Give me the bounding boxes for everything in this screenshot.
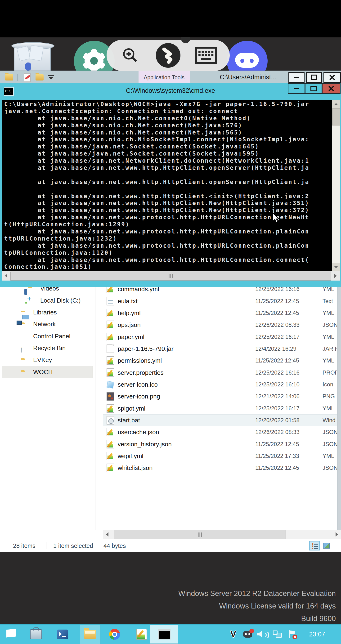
recycle-bin-desktop-icon[interactable] [11, 41, 54, 71]
scroll-left-arrow-icon[interactable] [103, 530, 112, 539]
cmd-minimize-button[interactable] [288, 83, 305, 94]
file-row[interactable]: commands.yml 12/25/2022 16:16 YML [103, 287, 341, 295]
explorer-title-bar[interactable]: Application Tools C:\Users\Administ... [0, 70, 341, 84]
console-horizontal-scrollbar[interactable] [2, 271, 340, 280]
file-row[interactable]: eula.txt 11/25/2022 12:45 Text [103, 295, 341, 307]
file-row[interactable]: server-icon.ico 12/25/2022 16:10 Icon [103, 378, 341, 390]
scroll-down-arrow-icon[interactable] [332, 263, 340, 271]
sidebar-item[interactable]: Videos [2, 287, 93, 294]
console-line: at java.base/sun.nio.ch.Net.connect0(Nat… [4, 115, 332, 122]
file-row[interactable]: server.properties 12/25/2022 16:16 PROP [103, 366, 341, 378]
clock-text: 23:07 [309, 631, 325, 638]
server-manager-taskbar-icon[interactable] [29, 624, 42, 644]
tray-discord-icon[interactable] [241, 624, 254, 644]
scroll-right-arrow-icon[interactable] [332, 530, 341, 539]
file-date-modified: 12/25/2022 16:16 [255, 287, 300, 292]
notepad-plus-plus-taskbar-icon[interactable] [135, 624, 148, 644]
qat-folder-icon[interactable] [5, 74, 13, 80]
powershell-taskbar-icon[interactable] [56, 624, 69, 644]
start-button[interactable] [5, 624, 20, 644]
file-row-list: commands.yml 12/25/2022 16:16 YML eula.t… [103, 287, 341, 474]
file-row[interactable]: whitelist.json 11/25/2022 12:45 JSON [103, 462, 341, 474]
sidebar-item[interactable]: EVKey [2, 354, 93, 366]
file-date-modified: 11/25/2022 12:45 [255, 310, 299, 316]
scrollbar-thumb[interactable] [10, 272, 331, 280]
scroll-left-arrow-icon[interactable] [2, 271, 10, 280]
cmd-taskbar-icon[interactable] [158, 624, 171, 644]
console-line: tpURLConnection.java:1120) [4, 250, 332, 257]
scroll-right-arrow-icon[interactable] [331, 271, 340, 280]
tray-network-icon[interactable] [272, 624, 284, 644]
qat-properties-icon[interactable] [24, 74, 31, 82]
file-type: YML [322, 310, 334, 316]
status-selection-size: 44 bytes [104, 542, 126, 549]
explorer-maximize-button[interactable] [306, 72, 322, 83]
console-line: at java.base/sun.net.www.http.HttpClient… [4, 200, 332, 207]
cmd-close-button[interactable] [322, 83, 340, 94]
sidebar-item[interactable]: WOCH [2, 366, 93, 378]
explorer-minimize-button[interactable] [288, 72, 304, 83]
sidebar-item[interactable]: Network [2, 318, 93, 330]
sidebar-item[interactable]: Recycle Bin [2, 342, 93, 354]
file-type-icon [106, 380, 114, 389]
file-row[interactable]: ops.json 12/26/2022 08:33 JSON [103, 319, 341, 331]
console-line: t(HttpURLConnection.java:1299) [4, 221, 332, 228]
application-tools-tab[interactable]: Application Tools [138, 71, 190, 84]
file-date-modified: 12/25/2022 16:10 [255, 381, 300, 388]
sidebar-item[interactable]: Local Disk (C:) [2, 294, 93, 306]
watermark-line: Windows Server 2012 R2 Datacenter Evalua… [178, 587, 336, 600]
powershell-icon [57, 630, 68, 639]
tray-volume-icon[interactable] [256, 624, 268, 644]
sidebar-item[interactable]: Control Panel [2, 330, 93, 342]
file-type: JSON [322, 464, 338, 471]
qat-customize-chevron-icon[interactable] [48, 75, 54, 79]
file-list-horizontal-scrollbar[interactable] [103, 530, 341, 539]
file-row[interactable]: permissions.yml 11/25/2022 12:45 YML [103, 355, 341, 366]
file-type: PROP [322, 369, 339, 376]
sidebar-item[interactable]: Libraries [2, 306, 93, 318]
console-line: java.net.ConnectException: Connection ti… [4, 108, 332, 115]
file-date-modified: 11/25/2022 12:45 [255, 441, 299, 448]
taskbar-clock[interactable]: 23:07 [304, 624, 330, 644]
keyboard-icon[interactable] [195, 46, 218, 65]
qat-separator [17, 74, 18, 81]
file-type: Text [322, 298, 333, 304]
file-row[interactable]: usercache.json 12/26/2022 08:33 JSON [103, 426, 341, 438]
qat-new-folder-icon[interactable] [36, 74, 44, 80]
server-manager-icon [30, 629, 42, 639]
large-icons-view-button[interactable] [321, 541, 332, 550]
chrome-taskbar-icon[interactable] [108, 624, 121, 644]
file-row[interactable]: spigot.yml 12/25/2022 16:17 YML [103, 402, 341, 414]
scrollbar-thumb[interactable] [332, 108, 340, 126]
file-type-icon [106, 287, 114, 293]
file-type: JAR F [322, 346, 338, 352]
file-row[interactable]: paper.yml 12/25/2022 16:17 YML [103, 331, 341, 342]
file-row[interactable]: paper-1.16.5-790.jar 12/4/2022 16:29 JAR… [103, 343, 341, 355]
file-row[interactable]: start.bat 12/20/2022 01:58 Wind [103, 414, 341, 426]
scroll-up-arrow-icon[interactable] [332, 100, 340, 108]
explorer-close-button[interactable] [324, 72, 341, 83]
zoom-in-icon[interactable] [121, 46, 139, 64]
tray-evkey-indicator[interactable]: V [227, 624, 240, 644]
discord-icon [243, 631, 252, 638]
cmd-title-bar[interactable]: C:\. C:\Windows\system32\cmd.exe [0, 83, 341, 100]
remote-desktop-logo-icon[interactable] [156, 43, 180, 68]
console-vertical-scrollbar[interactable] [332, 100, 340, 271]
file-date-modified: 11/25/2022 12:45 [255, 298, 299, 304]
file-row[interactable]: version_history.json 11/25/2022 12:45 JS… [103, 438, 341, 450]
file-list-vertical-scrollbar[interactable] [337, 287, 341, 530]
scrollbar-thumb[interactable] [114, 530, 286, 539]
details-view-button[interactable] [309, 541, 320, 550]
windows-evaluation-watermark: Windows Server 2012 R2 Datacenter Evalua… [178, 587, 336, 625]
discord-desktop-icon[interactable] [227, 41, 268, 71]
file-type: JSON [322, 441, 338, 448]
status-separator [46, 542, 46, 549]
file-type: YML [322, 334, 334, 340]
file-row[interactable]: server-icon.png 12/21/2022 14:06 PNG [103, 390, 341, 402]
file-explorer-taskbar-icon[interactable] [83, 624, 97, 644]
tray-action-center-icon[interactable] [286, 624, 298, 644]
file-row[interactable]: help.yml 11/25/2022 12:45 YML [103, 307, 341, 319]
file-row[interactable]: wepif.yml 11/25/2022 17:33 YML [103, 450, 341, 462]
cmd-maximize-button[interactable] [305, 83, 322, 94]
sidebar-item-label: Recycle Bin [33, 344, 66, 352]
